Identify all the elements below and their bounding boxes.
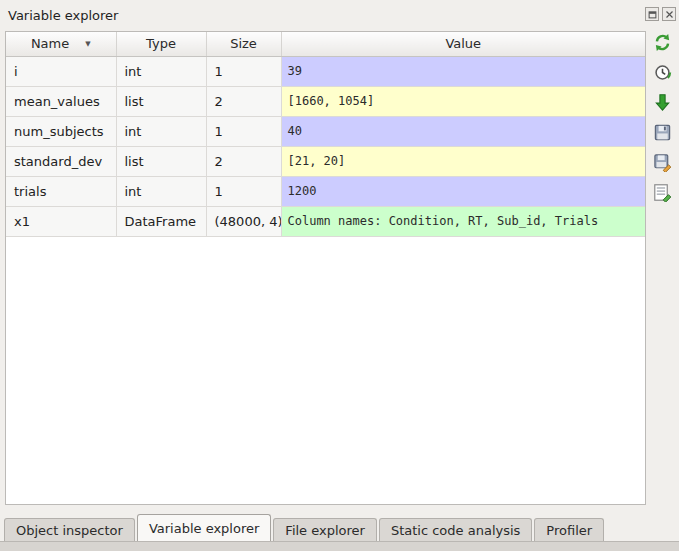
cell-value[interactable]: 1200 — [281, 176, 645, 206]
auto-refresh-icon[interactable] — [652, 61, 674, 83]
table-row: num_subjects int 1 40 — [6, 116, 645, 146]
cell-size[interactable]: 2 — [206, 86, 281, 116]
variable-explorer-panel: Variable explorer Name▼ Type Size Value — [0, 0, 679, 551]
cell-size[interactable]: 1 — [206, 116, 281, 146]
cell-value[interactable]: [21, 20] — [281, 146, 645, 176]
sort-arrow-icon: ▼ — [85, 40, 90, 48]
cell-type[interactable]: int — [116, 176, 206, 206]
column-header-value[interactable]: Value — [281, 32, 645, 56]
cell-name[interactable]: mean_values — [6, 86, 116, 116]
bottom-edge-strip — [0, 541, 679, 551]
close-icon[interactable] — [662, 7, 676, 21]
cell-value[interactable]: [1660, 1054] — [281, 86, 645, 116]
cell-name[interactable]: i — [6, 56, 116, 86]
cell-name[interactable]: standard_dev — [6, 146, 116, 176]
table-row: mean_values list 2 [1660, 1054] — [6, 86, 645, 116]
cell-value[interactable]: 40 — [281, 116, 645, 146]
bottom-tab-bar: Object inspector Variable explorer File … — [0, 513, 679, 541]
cell-size[interactable]: 1 — [206, 176, 281, 206]
table-row: i int 1 39 — [6, 56, 645, 86]
table-row: trials int 1 1200 — [6, 176, 645, 206]
table-row: x1 DataFrame (48000, 4) Column names: Co… — [6, 206, 645, 236]
options-icon[interactable] — [652, 181, 674, 203]
cell-size[interactable]: 2 — [206, 146, 281, 176]
save-data-icon[interactable] — [652, 121, 674, 143]
cell-type[interactable]: int — [116, 56, 206, 86]
side-toolbar — [649, 31, 676, 203]
header-name-label: Name — [31, 36, 69, 51]
cell-type[interactable]: list — [116, 146, 206, 176]
float-icon[interactable] — [645, 7, 659, 21]
column-header-name[interactable]: Name▼ — [6, 32, 116, 56]
refresh-icon[interactable] — [652, 31, 674, 53]
cell-size[interactable]: (48000, 4) — [206, 206, 281, 236]
table-row: standard_dev list 2 [21, 20] — [6, 146, 645, 176]
column-header-size[interactable]: Size — [206, 32, 281, 56]
cell-value[interactable]: Column names: Condition, RT, Sub_id, Tri… — [281, 206, 645, 236]
cell-type[interactable]: int — [116, 116, 206, 146]
cell-name[interactable]: trials — [6, 176, 116, 206]
dock-buttons — [645, 7, 676, 21]
cell-type[interactable]: DataFrame — [116, 206, 206, 236]
tab-variable-explorer[interactable]: Variable explorer — [137, 514, 271, 541]
tab-profiler[interactable]: Profiler — [534, 518, 604, 541]
tab-file-explorer[interactable]: File explorer — [273, 518, 377, 541]
cell-value[interactable]: 39 — [281, 56, 645, 86]
variables-table: Name▼ Type Size Value i int 1 39 mean_va… — [5, 31, 646, 505]
cell-size[interactable]: 1 — [206, 56, 281, 86]
import-data-icon[interactable] — [652, 91, 674, 113]
panel-title: Variable explorer — [8, 8, 118, 23]
cell-name[interactable]: x1 — [6, 206, 116, 236]
cell-name[interactable]: num_subjects — [6, 116, 116, 146]
cell-type[interactable]: list — [116, 86, 206, 116]
tab-object-inspector[interactable]: Object inspector — [4, 518, 135, 541]
tab-static-code-analysis[interactable]: Static code analysis — [379, 518, 532, 541]
column-header-type[interactable]: Type — [116, 32, 206, 56]
save-data-as-icon[interactable] — [652, 151, 674, 173]
